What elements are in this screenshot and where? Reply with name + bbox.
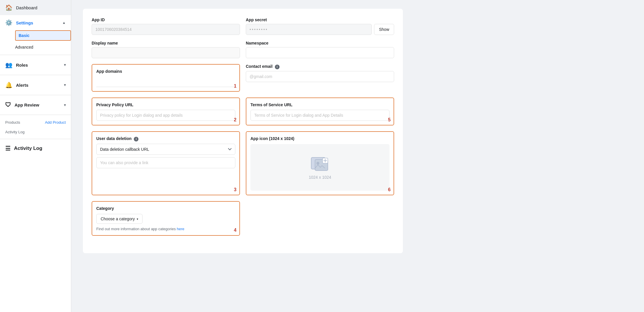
field-display-name: Display name	[92, 41, 240, 58]
secret-input-row: Show	[246, 24, 394, 35]
settings-chevron-icon: ▲	[62, 21, 66, 25]
sidebar: 🏠 Dashboard ⚙️ Settings ▲ Basic Advanced…	[0, 0, 71, 312]
app-review-chevron-icon: ▾	[64, 103, 66, 107]
field-app-id: App ID	[92, 17, 240, 35]
field-privacy-policy-highlighted: Privacy Policy URL 2	[92, 98, 240, 125]
namespace-input[interactable]	[246, 47, 394, 58]
products-label: Products	[5, 120, 20, 125]
section-number-3: 3	[234, 187, 236, 192]
app-secret-label: App secret	[246, 17, 394, 22]
field-namespace: Namespace	[246, 41, 394, 58]
settings-icon: ⚙️	[5, 19, 13, 26]
row-domains-email: App domains 1 Contact email i	[92, 64, 394, 92]
add-product-link[interactable]: Add Product	[45, 120, 66, 125]
app-domains-input[interactable]	[96, 76, 235, 87]
roles-icon: 👥	[5, 61, 13, 68]
field-app-domains-highlighted: App domains 1	[92, 64, 240, 92]
contact-email-label: Contact email i	[246, 64, 394, 69]
user-data-dropdown[interactable]: Data deletion callback URL	[96, 144, 235, 155]
form-container: App ID App secret Show Display name Name	[83, 9, 403, 253]
sidebar-item-basic[interactable]: Basic	[15, 30, 71, 41]
sidebar-divider-5	[0, 139, 71, 139]
advanced-label: Advanced	[15, 45, 33, 49]
row-privacy-tos: Privacy Policy URL 2 Terms of Service UR…	[92, 98, 394, 125]
section-number-5: 5	[388, 117, 391, 123]
contact-email-info-icon[interactable]: i	[275, 65, 280, 69]
section-number-1: 1	[234, 84, 236, 89]
field-app-icon-highlighted: App icon (1024 x 1024) 1024	[246, 131, 394, 195]
settings-label: Settings	[16, 20, 33, 25]
category-hint: Find out more information about app cate…	[96, 227, 235, 231]
sidebar-section-app-review[interactable]: 🛡 App Review ▾	[0, 98, 71, 112]
alerts-chevron-icon: ▾	[64, 83, 66, 87]
sidebar-section-alerts[interactable]: 🔔 Alerts ▾	[0, 77, 71, 93]
contact-email-label-text: Contact email	[246, 64, 273, 69]
section-number-2: 2	[234, 117, 236, 123]
sidebar-divider-4	[0, 115, 71, 115]
sidebar-item-activity-log[interactable]: ☰ Activity Log	[0, 141, 71, 155]
terms-of-service-input[interactable]	[250, 110, 389, 121]
category-hint-text: Find out more information about app cate…	[96, 227, 176, 231]
app-icon-placeholder	[310, 155, 330, 173]
row-display-namespace: Display name Namespace	[92, 41, 394, 58]
field-app-secret: App secret Show	[246, 17, 394, 35]
app-secret-input[interactable]	[246, 24, 372, 35]
terms-of-service-label: Terms of Service URL	[250, 102, 292, 107]
main-content: App ID App secret Show Display name Name	[71, 0, 644, 312]
activity-log-simple-label: Activity Log	[5, 130, 24, 134]
user-data-label-text: User data deletion	[96, 136, 131, 141]
category-row-empty-col	[246, 201, 394, 236]
alerts-label: Alerts	[16, 83, 29, 88]
activity-log-main-label: Activity Log	[14, 146, 42, 151]
category-label: Category	[96, 206, 114, 211]
show-secret-button[interactable]: Show	[374, 24, 394, 35]
section-number-6: 6	[388, 187, 391, 192]
sidebar-divider-3	[0, 95, 71, 95]
display-name-label: Display name	[92, 41, 240, 45]
activity-log-icon: ☰	[5, 145, 10, 152]
app-review-label: App Review	[15, 102, 39, 107]
sidebar-item-advanced[interactable]: Advanced	[15, 42, 71, 52]
field-contact-email: Contact email i	[246, 64, 394, 92]
settings-submenu: Basic Advanced	[0, 30, 71, 52]
field-user-data-highlighted: User data deletion i Data deletion callb…	[92, 131, 240, 195]
category-chevron-icon: ▾	[137, 217, 138, 221]
field-terms-of-service-highlighted: Terms of Service URL 5	[246, 98, 394, 125]
activity-log-simple[interactable]: Activity Log	[0, 127, 71, 136]
user-data-label: User data deletion i	[96, 136, 138, 141]
sidebar-section-settings[interactable]: ⚙️ Settings ▲	[0, 15, 71, 30]
app-id-input[interactable]	[92, 24, 240, 35]
sidebar-section-roles[interactable]: 👥 Roles ▾	[0, 57, 71, 72]
field-category-highlighted: Category Choose a category ▾ Find out mo…	[92, 201, 240, 236]
sidebar-divider-1	[0, 55, 71, 55]
row-app-id-secret: App ID App secret Show	[92, 17, 394, 35]
category-hint-link[interactable]: here	[177, 227, 184, 231]
app-icon-size-label: 1024 x 1024	[309, 175, 331, 180]
roles-chevron-icon: ▾	[64, 63, 66, 67]
display-name-input[interactable]	[92, 47, 240, 58]
privacy-policy-label: Privacy Policy URL	[96, 102, 134, 107]
namespace-label: Namespace	[246, 41, 394, 45]
row-category: Category Choose a category ▾ Find out mo…	[92, 201, 394, 236]
roles-label: Roles	[16, 63, 28, 68]
row-user-data-app-icon: User data deletion i Data deletion callb…	[92, 131, 394, 195]
sidebar-dashboard-label: Dashboard	[16, 5, 37, 10]
sidebar-item-dashboard[interactable]: 🏠 Dashboard	[0, 0, 71, 15]
contact-email-input[interactable]	[246, 71, 394, 82]
app-domains-label: App domains	[96, 69, 122, 74]
app-review-icon: 🛡	[5, 102, 11, 108]
app-id-label: App ID	[92, 17, 240, 22]
privacy-policy-input[interactable]	[96, 110, 235, 121]
basic-label: Basic	[19, 33, 29, 38]
alerts-icon: 🔔	[5, 81, 13, 88]
products-row: Products Add Product	[0, 117, 71, 127]
home-icon: 🏠	[5, 4, 13, 11]
user-data-info-icon[interactable]: i	[134, 137, 138, 141]
sidebar-divider-2	[0, 75, 71, 75]
choose-category-label: Choose a category	[101, 217, 135, 221]
user-data-link-input[interactable]	[96, 157, 235, 168]
section-number-4: 4	[234, 228, 236, 233]
app-icon-label: App icon (1024 x 1024)	[250, 136, 294, 141]
choose-category-button[interactable]: Choose a category ▾	[96, 214, 143, 224]
app-icon-upload-area[interactable]: 1024 x 1024	[250, 144, 389, 191]
